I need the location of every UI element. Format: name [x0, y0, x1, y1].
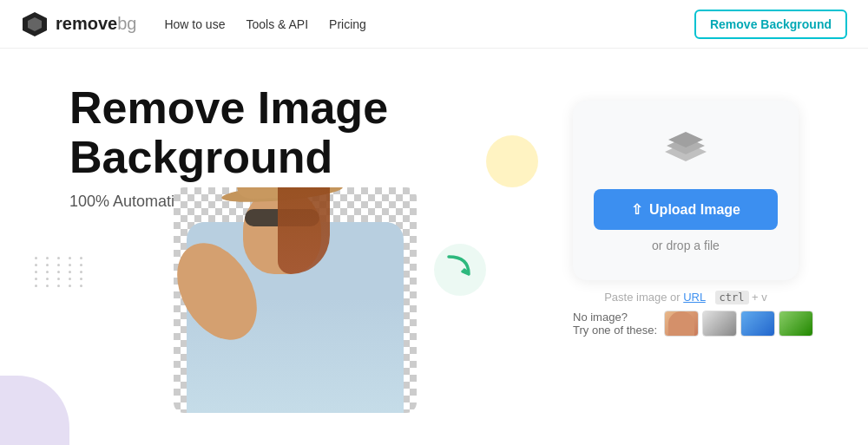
sample-thumb-2[interactable] — [702, 311, 737, 337]
blob-yellow-decoration — [486, 135, 538, 187]
hero-left: Remove Image Background 100% Automatical… — [69, 83, 486, 232]
upload-card[interactable]: ⇧ Upload Image or drop a file — [573, 101, 799, 280]
upload-button-label: Upload Image — [649, 202, 740, 218]
sample-thumb-4[interactable] — [779, 311, 813, 337]
dot — [35, 264, 37, 266]
svg-point-2 — [434, 244, 486, 296]
sample-label-line1: No image? — [573, 311, 657, 324]
navbar: removebg How to use Tools & API Pricing … — [0, 0, 868, 49]
dot — [46, 264, 49, 266]
dot — [46, 257, 49, 259]
sample-label: No image? Try one of these: — [573, 311, 657, 337]
paste-hint: Paste image or URL ctrl + v — [573, 291, 799, 304]
dot — [69, 257, 71, 259]
dot — [46, 271, 49, 273]
paste-hint-url-link[interactable]: URL — [683, 291, 706, 304]
dot — [57, 257, 60, 259]
dot — [35, 257, 37, 259]
hero-section: Remove Image Background 100% Automatical… — [0, 49, 868, 445]
dot — [57, 264, 60, 266]
paste-shortcut-kbd: ctrl — [715, 291, 749, 304]
dot — [80, 278, 82, 280]
dot — [80, 285, 82, 287]
logo-text: removebg — [56, 14, 136, 34]
sample-image-container — [174, 187, 469, 445]
dot — [57, 278, 60, 280]
dot — [46, 285, 49, 287]
dot — [80, 257, 82, 259]
arrow-decoration — [430, 239, 490, 304]
paste-v-text: v — [761, 291, 767, 304]
sample-images-row: No image? Try one of these: — [573, 311, 799, 337]
dot — [46, 278, 49, 280]
blob-purple-decoration — [0, 376, 69, 445]
dot — [80, 264, 82, 266]
sample-label-line2: Try one of these: — [573, 324, 657, 337]
hero-title: Remove Image Background — [69, 83, 486, 182]
logo[interactable]: removebg — [21, 10, 136, 38]
dot — [35, 278, 37, 280]
sample-thumb-1[interactable] — [664, 311, 699, 337]
dots-grid — [35, 257, 87, 287]
hero-right: ⇧ Upload Image or drop a file Paste imag… — [573, 101, 799, 337]
layers-icon — [660, 128, 712, 172]
checkerboard-bg — [174, 187, 417, 413]
dot — [69, 264, 71, 266]
woman-image — [174, 187, 417, 413]
dot — [57, 285, 60, 287]
nav-link-tools-api[interactable]: Tools & API — [246, 17, 308, 31]
dot — [80, 271, 82, 273]
sample-thumbnails — [664, 311, 813, 337]
dots-decoration — [35, 257, 87, 309]
dot — [69, 278, 71, 280]
nav-links: How to use Tools & API Pricing — [164, 17, 365, 31]
dot — [69, 285, 71, 287]
remove-background-button[interactable]: Remove Background — [694, 10, 847, 39]
arrow-svg — [430, 239, 490, 300]
upload-or-text: or drop a file — [652, 239, 720, 252]
upload-icon-area — [660, 128, 712, 172]
dot — [35, 285, 37, 287]
sample-thumb-3[interactable] — [740, 311, 775, 337]
paste-hint-prefix: Paste image or — [604, 291, 683, 304]
dot — [69, 271, 71, 273]
upload-image-button[interactable]: ⇧ Upload Image — [594, 189, 778, 230]
dot — [35, 271, 37, 273]
nav-link-pricing[interactable]: Pricing — [329, 17, 366, 31]
upload-icon-symbol: ⇧ — [631, 201, 642, 218]
navbar-left: removebg How to use Tools & API Pricing — [21, 10, 366, 38]
nav-link-how-to-use[interactable]: How to use — [164, 17, 225, 31]
hero-title-line2: Background — [69, 132, 332, 182]
dot — [57, 271, 60, 273]
hero-title-line1: Remove Image — [69, 82, 388, 133]
logo-icon — [21, 10, 49, 38]
